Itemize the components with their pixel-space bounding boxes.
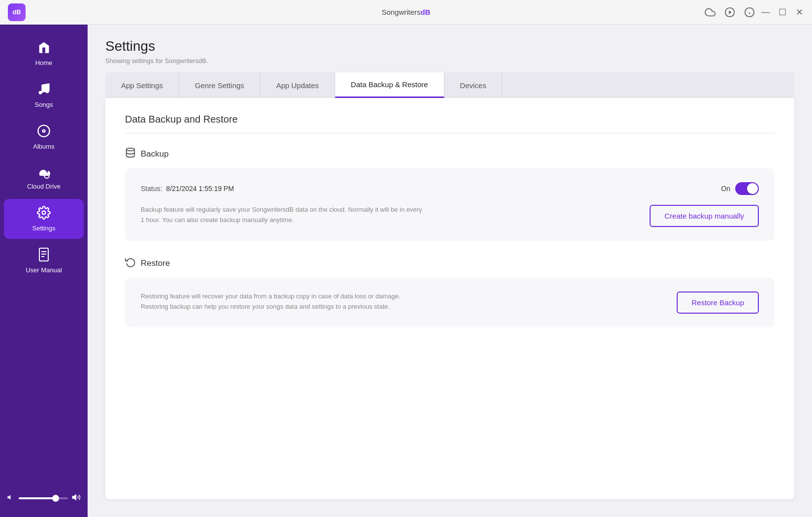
restore-description: Restoring feature will recover your data…	[141, 291, 426, 312]
tab-app-settings[interactable]: App Settings	[105, 72, 179, 98]
backup-status-row: Status: 8/21/2024 1:55:19 PM On	[141, 182, 759, 195]
toggle-thumb	[747, 183, 758, 194]
tab-app-updates[interactable]: App Updates	[260, 72, 335, 98]
data-backup-title: Data Backup and Restore	[125, 114, 775, 125]
section-divider	[125, 133, 775, 133]
svg-point-13	[42, 211, 46, 215]
user-manual-icon	[38, 248, 50, 263]
svg-point-6	[46, 90, 49, 93]
page-subtitle: Showing settings for SongwritersdB.	[105, 57, 794, 65]
window-controls: — ☐ ✕	[761, 7, 804, 17]
tab-genre-settings[interactable]: Genre Settings	[179, 72, 260, 98]
backup-toggle-row: On	[721, 182, 759, 195]
backup-heading: Backup	[141, 149, 169, 159]
tabs-bar: App Settings Genre Settings App Updates …	[105, 72, 794, 98]
maximize-button[interactable]: ☐	[778, 7, 787, 17]
app-logo: dB	[8, 3, 26, 21]
sidebar-item-home[interactable]: Home	[4, 33, 84, 73]
page-title: Settings	[105, 38, 794, 54]
play-icon[interactable]	[724, 7, 735, 18]
backup-card: Status: 8/21/2024 1:55:19 PM On Backup f…	[125, 168, 775, 241]
toggle-label: On	[721, 185, 730, 193]
tab-devices[interactable]: Devices	[444, 72, 502, 98]
sidebar-label-settings: Settings	[32, 225, 56, 232]
sidebar-label-cloud-drive: Cloud Drive	[27, 183, 61, 190]
restore-section-header: Restore	[125, 257, 775, 270]
sidebar-item-albums[interactable]: Albums	[4, 117, 84, 157]
main-content: Settings Showing settings for Songwriter…	[88, 25, 812, 517]
sidebar-label-albums: Albums	[33, 143, 54, 150]
sidebar-item-songs[interactable]: Songs	[4, 75, 84, 115]
backup-toggle[interactable]	[735, 182, 759, 195]
volume-slider[interactable]	[19, 497, 68, 499]
app-body: Home Songs Albums	[0, 25, 812, 517]
music-icon	[37, 82, 51, 98]
sidebar-item-settings[interactable]: Settings	[4, 199, 84, 239]
minimize-button[interactable]: —	[761, 7, 771, 17]
restore-heading: Restore	[141, 258, 170, 268]
settings-icon	[37, 206, 51, 222]
restore-bottom: Restoring feature will recover your data…	[141, 291, 759, 314]
volume-high-icon	[72, 493, 81, 503]
home-icon	[37, 40, 51, 56]
sidebar-label-home: Home	[35, 59, 53, 66]
backup-icon	[125, 147, 136, 161]
cloud-drive-icon	[36, 166, 52, 180]
titlebar-icons	[705, 7, 755, 18]
status-info: Status: 8/21/2024 1:55:19 PM	[141, 185, 234, 193]
create-backup-button[interactable]: Create backup manually	[650, 205, 759, 227]
svg-point-5	[39, 91, 42, 95]
sidebar-label-songs: Songs	[35, 101, 53, 108]
volume-low-icon	[7, 493, 15, 503]
app-title: SongwritersdB	[381, 8, 430, 16]
status-label: Status:	[141, 185, 162, 193]
status-value: 8/21/2024 1:55:19 PM	[166, 185, 234, 193]
backup-description: Backup feature will regularly save your …	[141, 205, 426, 226]
sidebar: Home Songs Albums	[0, 25, 88, 517]
backup-section-header: Backup	[125, 147, 775, 161]
page-header: Settings Showing settings for Songwriter…	[88, 25, 812, 72]
svg-marker-1	[729, 10, 732, 14]
content-area: Data Backup and Restore Backup Status:	[105, 98, 794, 499]
svg-marker-19	[73, 495, 76, 500]
svg-marker-18	[7, 495, 10, 499]
sidebar-item-cloud-drive[interactable]: Cloud Drive	[4, 159, 84, 197]
restore-card: Restoring feature will recover your data…	[125, 278, 775, 327]
svg-point-9	[43, 130, 44, 131]
volume-control	[0, 487, 88, 509]
cloud-icon[interactable]	[705, 7, 716, 18]
backup-bottom: Backup feature will regularly save your …	[141, 205, 759, 227]
sidebar-item-user-manual[interactable]: User Manual	[4, 241, 84, 281]
svg-point-20	[126, 148, 135, 151]
albums-icon	[37, 124, 51, 140]
restore-backup-button[interactable]: Restore Backup	[677, 291, 759, 314]
restore-icon	[125, 257, 136, 270]
tab-data-backup[interactable]: Data Backup & Restore	[335, 72, 444, 98]
sidebar-label-user-manual: User Manual	[26, 266, 62, 274]
titlebar: dB SongwritersdB — ☐ ✕	[0, 0, 812, 25]
info-icon[interactable]	[744, 7, 755, 18]
close-button[interactable]: ✕	[794, 7, 804, 17]
